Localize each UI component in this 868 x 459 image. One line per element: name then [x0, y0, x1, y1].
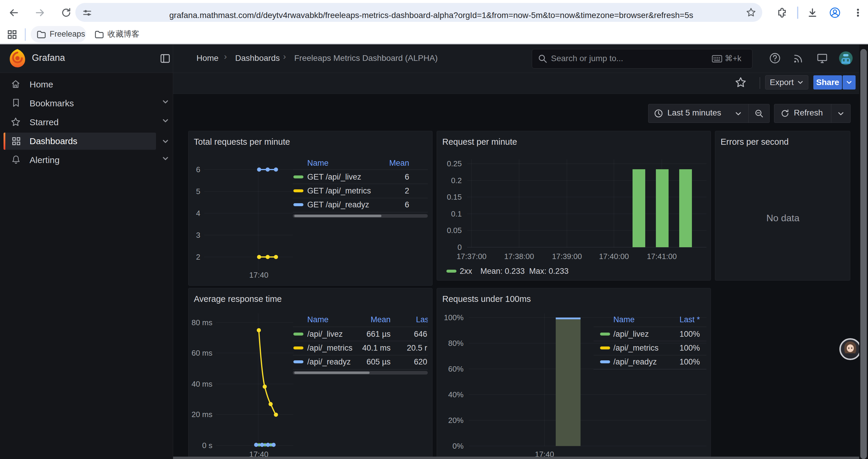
refresh-button[interactable]: Refresh: [774, 104, 831, 123]
zoom-out-button[interactable]: [749, 104, 769, 123]
legend-header-name[interactable]: Name: [613, 315, 634, 324]
active-indicator: [4, 133, 5, 150]
y-tick: 4: [188, 208, 200, 218]
bookmark-star-icon[interactable]: [746, 7, 756, 18]
chevron-down-icon[interactable]: [161, 117, 169, 125]
legend-scrollbar-thumb[interactable]: [294, 215, 381, 217]
panel-errors-per-second[interactable]: Errors per second No data: [715, 131, 850, 281]
series-swatch[interactable]: [293, 175, 303, 178]
series-swatch[interactable]: [446, 270, 457, 273]
series-name[interactable]: GET /api/_readyz: [307, 200, 369, 209]
bookmark-folder-blogs[interactable]: 收藏博客: [90, 26, 150, 42]
series-name[interactable]: /api/_livez: [613, 329, 649, 339]
user-avatar[interactable]: [839, 52, 852, 65]
extensions-icon[interactable]: [776, 7, 787, 18]
folder-icon: [37, 30, 46, 39]
series-name[interactable]: /api/_livez: [307, 329, 343, 339]
series-name[interactable]: /api/_readyz: [613, 357, 657, 366]
series-last: 646: [391, 329, 427, 339]
search-box[interactable]: ⌘+k: [532, 49, 752, 68]
panel-request-per-minute[interactable]: Request per minute 0.25 0.2 0.15 0.1 0.0…: [437, 131, 711, 281]
y-tick: 40%: [437, 390, 464, 399]
y-tick: 0.2: [437, 176, 462, 185]
scrollbar-thumb[interactable]: [860, 49, 867, 459]
chevron-down-icon: [797, 79, 804, 86]
bookmark-folder-label: Freeleaps: [50, 29, 85, 39]
series-name[interactable]: /api/_metrics: [613, 343, 658, 353]
chevron-down-icon[interactable]: [161, 97, 169, 106]
legend-header-name[interactable]: Name: [307, 315, 329, 324]
forward-icon[interactable]: [35, 7, 45, 18]
sidebar-item-starred[interactable]: Starred: [0, 114, 173, 131]
panel-total-requests[interactable]: Total requests per minute 6 5 4 3 2 17:4…: [188, 131, 433, 286]
dock-sidebar-icon[interactable]: [159, 53, 171, 64]
legend-header-last[interactable]: Las: [416, 315, 428, 324]
chevron-down-icon[interactable]: [161, 154, 169, 162]
legend-scrollbar[interactable]: [293, 371, 428, 374]
chevron-down-icon[interactable]: [161, 137, 169, 145]
sidebar-item-label: Starred: [30, 117, 59, 128]
legend-header-mean[interactable]: Mean: [342, 315, 391, 324]
url-text[interactable]: grafana.mathmast.com/d/deytv4rwavabkb/fr…: [169, 8, 693, 23]
series-swatch[interactable]: [293, 360, 303, 363]
panel-under-100ms[interactable]: Requests under 100ms 100% 80% 60% 40% 20…: [437, 288, 711, 459]
series-last: 100%: [658, 329, 700, 339]
horizontal-scrollbar[interactable]: [173, 457, 868, 459]
series-swatch[interactable]: [293, 189, 303, 192]
breadcrumb-dashboards[interactable]: Dashboards: [235, 52, 280, 64]
legend-scrollbar[interactable]: [293, 214, 428, 218]
favorite-star-icon[interactable]: [735, 76, 747, 88]
grafana-logo-icon[interactable]: [8, 48, 27, 68]
sidebar-item-alerting[interactable]: Alerting: [0, 152, 173, 168]
series-swatch[interactable]: [293, 347, 303, 350]
legend-header-name[interactable]: Name: [307, 158, 329, 168]
y-tick: 60%: [437, 364, 464, 374]
floating-avatar[interactable]: [839, 338, 861, 360]
y-tick: 5: [188, 187, 200, 196]
share-menu-button[interactable]: [843, 75, 856, 90]
y-tick: 0.1: [437, 209, 462, 219]
legend-header-mean[interactable]: Mean: [366, 158, 409, 168]
site-info-icon[interactable]: [83, 8, 92, 18]
sidebar-item-bookmarks[interactable]: Bookmarks: [0, 95, 173, 112]
series-swatch[interactable]: [600, 360, 610, 363]
legend-scrollbar-thumb[interactable]: [294, 371, 370, 374]
nav-sidebar: Home Bookmarks Starred: [0, 73, 173, 459]
help-icon[interactable]: [769, 52, 781, 64]
series-name[interactable]: GET /api/_livez: [307, 172, 361, 182]
scrollbar-track[interactable]: [859, 44, 868, 459]
address-bar[interactable]: grafana.mathmast.com/d/deytv4rwavabkb/fr…: [75, 3, 762, 22]
series-swatch[interactable]: [600, 347, 610, 350]
share-button[interactable]: Share: [813, 75, 842, 90]
bookmarks-divider: [25, 28, 26, 41]
series-name[interactable]: GET /api/_metrics: [307, 186, 371, 196]
breadcrumb-home[interactable]: Home: [196, 52, 219, 64]
x-tick: 17:37:00: [454, 252, 489, 261]
series-swatch[interactable]: [293, 333, 303, 335]
news-rss-icon[interactable]: [793, 53, 804, 64]
bookmark-folder-label: 收藏博客: [107, 29, 140, 39]
time-range-picker[interactable]: Last 5 minutes: [649, 104, 749, 123]
monitor-kiosk-icon[interactable]: [816, 52, 829, 65]
profile-icon[interactable]: [829, 7, 841, 19]
apps-grid-icon[interactable]: [7, 30, 17, 40]
sidebar-item-dashboards[interactable]: Dashboards: [4, 133, 156, 150]
browser-menu-icon[interactable]: [852, 7, 864, 19]
legend-series[interactable]: 2xx: [460, 266, 472, 276]
back-icon[interactable]: [8, 7, 19, 18]
clock-icon: [654, 109, 663, 118]
legend-header-last[interactable]: Last *: [658, 315, 700, 324]
search-input[interactable]: [550, 51, 705, 66]
refresh-interval-button[interactable]: [831, 104, 850, 123]
bookmark-folder-freeleaps[interactable]: Freeleaps: [31, 26, 86, 42]
brand-label[interactable]: Grafana: [32, 53, 65, 63]
series-swatch[interactable]: [600, 333, 610, 335]
sidebar-item-home[interactable]: Home: [0, 76, 173, 93]
chart-canvas: [437, 288, 711, 459]
download-icon[interactable]: [807, 7, 818, 18]
series-swatch[interactable]: [293, 203, 303, 206]
panel-title[interactable]: Errors per second: [720, 136, 789, 147]
panel-avg-response-time[interactable]: Average response time 80 ms 60 ms 40 ms …: [188, 288, 433, 459]
reload-icon[interactable]: [61, 7, 71, 18]
export-button[interactable]: Export: [765, 75, 808, 90]
